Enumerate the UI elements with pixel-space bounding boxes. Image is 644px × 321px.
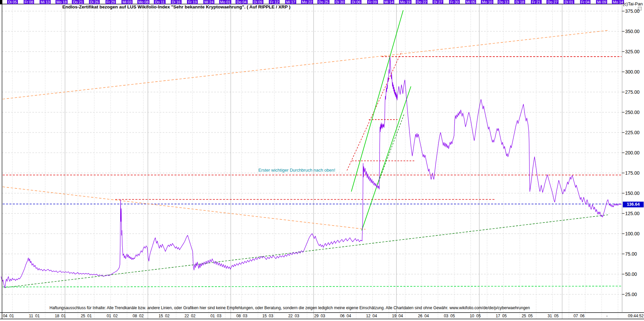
top-date-chip: Fr 12 (269, 0, 280, 4)
copyright-label: (c)Tai-Pan (623, 1, 643, 6)
x-axis-label: 1204 (366, 314, 377, 318)
x-axis-label: 0706 (574, 314, 585, 318)
x-axis-separator: - (606, 314, 608, 318)
y-axis-label: 75.00 (625, 251, 637, 257)
top-date-chip: Fr 08 (24, 0, 34, 4)
top-date-chip: Mo 14 (612, 0, 624, 4)
x-axis-label: 3105 (548, 314, 559, 318)
chart-plot-area[interactable] (0, 0, 644, 321)
chart-title: Endlos-Zertifikat bezogen auf LUS Wikifo… (62, 4, 290, 9)
x-axis-label: 1005 (470, 314, 481, 318)
top-date-chip: Mi 24 (203, 0, 215, 4)
y-axis-label: 275.00 (625, 89, 640, 95)
top-date-chip: Do 11 (154, 0, 166, 4)
y-axis-label: 125.00 (625, 211, 640, 216)
x-axis-label: 2903 (314, 314, 325, 318)
x-axis-label: 1101 (29, 314, 40, 318)
x-axis-label: 0103 (211, 314, 222, 318)
top-date-chip: Mi 17 (285, 0, 296, 4)
x-axis-label: 2501 (81, 314, 92, 318)
x-axis-label: 0102 (107, 314, 118, 318)
x-axis-label: 1502 (159, 314, 170, 318)
top-date-chip: Fr 29 (105, 0, 116, 4)
top-date-chip: Fr 09 (367, 0, 378, 4)
lime-support-flat (3, 286, 621, 287)
top-date-chip: Fr 30 (449, 0, 460, 4)
top-date-chip: Do 04 (236, 0, 248, 4)
y-axis-label: 175.00 (625, 170, 640, 176)
orange-channel-upper (3, 30, 609, 99)
top-date-chip: Mo 19 (399, 0, 412, 4)
top-date-chip: Mi 05 (465, 0, 476, 4)
top-date-chip: Do 13 (497, 0, 509, 4)
top-date-chip: Do 27 (547, 0, 558, 4)
x-axis-label: 0802 (133, 314, 144, 318)
top-date-chip: Di 27 (432, 0, 443, 4)
x-axis-label: 2604 (418, 314, 429, 318)
x-axis-label: 0803 (236, 314, 248, 318)
top-date-chip: Do 25 (318, 0, 329, 4)
top-date-chip: Mi 03 (122, 0, 133, 4)
top-date-chip: Mo 10 (481, 0, 493, 4)
top-date-chip: Di 16 (171, 0, 182, 4)
current-price-badge: 136.64 (623, 202, 644, 207)
top-date-chip: Di 05 (7, 0, 18, 4)
x-axis-label: 1503 (262, 314, 273, 318)
x-axis-label: 0604 (340, 314, 351, 318)
chart-annotation: Erster wichtiger Durchbruch nach oben! (258, 168, 335, 173)
disclaimer-text: Haftungsausschluss für Inhalte: Alle Tre… (50, 305, 530, 310)
y-axis-label: 325.00 (625, 49, 640, 54)
top-date-chip: Mo 22 (301, 0, 313, 4)
top-date-chip: Di 18 (514, 0, 525, 4)
x-axis-label: 0401 (3, 314, 14, 318)
x-axis-label: 2202 (185, 314, 196, 318)
top-date-chip: Di 26 (89, 0, 100, 4)
top-date-chip: Do 21 (72, 0, 84, 4)
top-date-chip: Fr 19 (187, 0, 198, 4)
top-date-chip: Mo 18 (55, 0, 68, 4)
top-date-chip: Mo 08 (137, 0, 150, 4)
y-axis-label: 150.00 (625, 191, 640, 196)
x-axis-label: 0305 (444, 314, 455, 318)
y-axis-label: 350.00 (625, 29, 640, 34)
top-date-chip: Fr 04 (580, 0, 591, 4)
top-date-chip: Mi 09 (596, 0, 607, 4)
y-axis-label: 100.00 (625, 231, 640, 236)
x-axis-label: 1904 (392, 314, 403, 318)
green-breakout-line-2 (362, 86, 411, 230)
top-date-chip: Do 22 (416, 0, 427, 4)
x-axis-label: 2505 (522, 314, 533, 318)
top-date-chip: Mi 13 (40, 0, 51, 4)
y-axis-label: 250.00 (625, 110, 640, 115)
y-axis-label: 200.00 (625, 150, 640, 155)
green-support-long (4, 215, 608, 288)
y-axis-label: 300.00 (625, 69, 640, 75)
x-axis-label: 2203 (288, 314, 299, 318)
top-date-chip: Di 09 (253, 0, 263, 4)
time-label: 09:44:52 (621, 314, 644, 318)
y-axis-label: 50.00 (625, 271, 637, 277)
y-axis-label: 225.00 (625, 130, 640, 135)
y-axis-label: 375.00 (625, 8, 640, 14)
top-date-chip: Di 30 (334, 0, 345, 4)
top-date-chip: Mi 14 (383, 0, 394, 4)
x-axis-label: 1801 (55, 314, 66, 318)
top-date-chip: Di 01 (564, 0, 574, 4)
top-date-chip: Fr 21 (531, 0, 542, 4)
top-date-chip: Mo 01 (219, 0, 231, 4)
taipan-chart-window: Di 05Fr 08Mi 13Mo 18Do 21Di 26Fr 29Mi 03… (0, 0, 644, 321)
green-breakout-line-1 (351, 10, 403, 192)
top-date-chip: Di 06 (351, 0, 362, 4)
y-axis-label: 25.00 (625, 292, 637, 297)
x-axis-label: 1705 (496, 314, 507, 318)
